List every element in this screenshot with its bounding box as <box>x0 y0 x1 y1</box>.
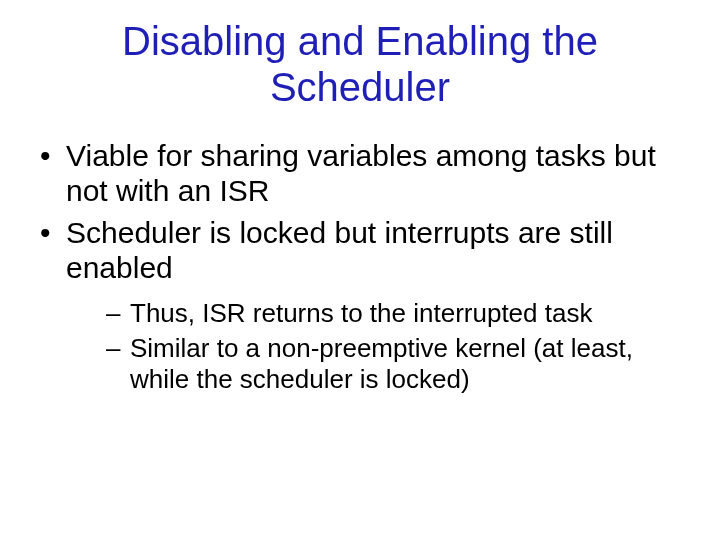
bullet-text: Viable for sharing variables among tasks… <box>66 139 656 207</box>
bullet-list: Viable for sharing variables among tasks… <box>36 138 690 395</box>
slide: Disabling and Enabling the Scheduler Via… <box>0 0 720 540</box>
bullet-item: Scheduler is locked but interrupts are s… <box>36 215 690 395</box>
sub-bullet-item: Similar to a non-preemptive kernel (at l… <box>106 333 690 395</box>
sub-bullet-item: Thus, ISR returns to the interrupted tas… <box>106 298 690 329</box>
bullet-item: Viable for sharing variables among tasks… <box>36 138 690 209</box>
sub-bullet-text: Similar to a non-preemptive kernel (at l… <box>130 333 633 394</box>
sub-bullet-text: Thus, ISR returns to the interrupted tas… <box>130 298 592 328</box>
bullet-text: Scheduler is locked but interrupts are s… <box>66 216 613 284</box>
sub-bullet-list: Thus, ISR returns to the interrupted tas… <box>106 298 690 396</box>
slide-title: Disabling and Enabling the Scheduler <box>30 18 690 110</box>
